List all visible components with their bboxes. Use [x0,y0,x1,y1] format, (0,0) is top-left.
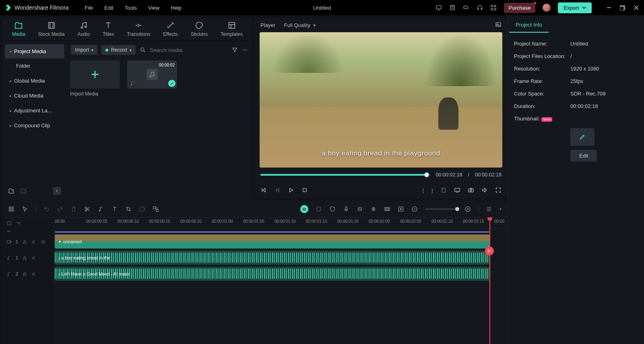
undo-icon[interactable] [43,206,50,212]
audio-tool-icon[interactable] [98,206,104,212]
project-info-tab[interactable]: Project Info [509,18,549,33]
filter-icon[interactable] [231,47,238,53]
sidebar-item-compound-clip[interactable]: ▸Compound Clip [5,118,64,133]
marker-icon[interactable] [440,187,447,193]
tab-transitions[interactable]: Transitions [125,21,152,37]
color-icon[interactable] [139,206,145,212]
timeline-ruler[interactable]: 00:0000:00:00:0500:00:00:1000:00:00:1500… [55,218,507,229]
volume-icon[interactable] [481,187,488,193]
speaker-icon[interactable] [31,255,37,261]
menu-tools[interactable]: Tools [125,5,137,11]
player-viewport[interactable]: a boy eating bread in the playground [260,32,502,168]
monitor-icon[interactable] [436,4,442,11]
select-icon[interactable] [22,206,28,212]
track-area[interactable]: 00:0000:00:00:0500:00:00:1000:00:00:1500… [55,218,507,344]
user-avatar[interactable] [543,4,551,12]
sidebar-item-adjustment-layers[interactable]: ▸Adjustment La... [5,104,64,118]
media-clip-card[interactable]: 00:00:02 ✓ [127,60,177,199]
tab-media[interactable]: Media [10,21,27,37]
redo-icon[interactable] [57,206,63,212]
record-dropdown[interactable]: Record▾ [101,45,135,55]
import-media-card[interactable]: + Import Media [70,60,120,199]
new-folder-icon[interactable] [8,188,14,194]
more-icon[interactable] [242,47,248,53]
spacer-clip[interactable] [55,231,489,233]
sidebar-item-folder[interactable]: Folder [5,59,64,73]
list-view-icon[interactable] [486,206,492,212]
render-icon[interactable] [398,206,404,212]
playhead[interactable] [489,218,490,344]
purchase-button[interactable]: Purchase [504,3,536,13]
eye-icon[interactable] [41,239,46,245]
spinner-icon[interactable] [316,206,322,212]
snapshot-icon[interactable] [495,21,502,28]
mark-out-icon[interactable]: } [431,187,433,193]
text-tool-icon[interactable] [111,206,118,212]
display-icon[interactable] [454,187,460,193]
step-back-icon[interactable] [274,187,281,193]
grid-icon[interactable] [8,206,14,212]
cut-icon[interactable] [84,206,91,212]
mark-in-icon[interactable]: { [422,187,424,193]
progress-scrubber[interactable] [260,174,430,176]
audio-clip-1[interactable]: ♪ a boy eating bread in the [55,251,489,265]
zoom-out-icon[interactable] [411,206,418,212]
prev-frame-icon[interactable] [260,187,267,193]
ai-button[interactable] [300,205,308,213]
audio-clip-2[interactable]: ♪ LoFi Have a Good Mood - AI music [55,267,489,281]
shield-icon[interactable] [329,206,336,212]
align-icon[interactable] [370,206,377,212]
frame-icon[interactable] [384,206,390,212]
chain-icon[interactable] [153,206,159,212]
speaker-icon[interactable] [31,271,37,277]
fullscreen-icon[interactable] [495,187,502,193]
export-button[interactable]: Export [558,2,592,13]
zoom-slider[interactable] [425,208,457,210]
thumbnail-box[interactable] [570,128,594,146]
apps-icon[interactable] [490,4,497,11]
camera-icon[interactable] [468,187,474,193]
tab-audio[interactable]: Audio [76,21,91,37]
video-clip[interactable]: unnamed [55,234,489,249]
menu-view[interactable]: View [148,5,159,11]
lock-icon[interactable] [22,271,27,277]
player-tab[interactable]: Player [260,22,275,28]
tab-stickers[interactable]: Stickers [189,21,210,37]
sidebar-item-cloud-media[interactable]: ▸Cloud Media [5,89,64,103]
mixer-icon[interactable] [357,206,363,212]
menu-edit[interactable]: Edit [104,5,113,11]
chevron-down-icon[interactable]: ▾ [500,207,502,211]
delete-icon[interactable] [70,206,77,212]
close-icon[interactable] [634,5,639,10]
lock-icon[interactable] [22,239,27,245]
cloud-icon[interactable] [463,4,469,11]
speaker-icon[interactable] [31,239,37,245]
minimize-icon[interactable] [606,5,612,10]
sidebar-item-global-media[interactable]: ▸Global Media [5,74,64,88]
quality-dropdown[interactable]: Full Quality▾ [284,22,316,28]
import-dropdown[interactable]: Import▾ [71,45,97,55]
link-icon[interactable] [16,220,22,226]
stop-icon[interactable] [301,187,308,193]
edit-button[interactable]: Edit [570,150,597,162]
zoom-in-icon[interactable] [464,206,471,212]
mic-icon[interactable] [343,206,349,212]
search-media-input[interactable] [150,47,227,53]
tab-templates[interactable]: Templates [219,21,244,37]
crop-tool-icon[interactable] [125,206,132,212]
pin-icon[interactable] [6,220,12,226]
maximize-icon[interactable] [620,5,625,10]
save-icon[interactable] [449,4,456,11]
tab-titles[interactable]: Titles [101,21,116,37]
tab-stock-media[interactable]: Stock Media [37,21,66,37]
menu-help[interactable]: Help [171,5,182,11]
menu-file[interactable]: File [85,5,93,11]
collapse-sidebar-button[interactable] [53,187,61,195]
play-icon[interactable] [288,187,294,193]
tab-effects[interactable]: Effects [161,21,179,37]
headphones-icon[interactable] [477,4,483,11]
sidebar-item-project-media[interactable]: ▾Project Media [5,44,64,58]
scissors-icon[interactable] [485,247,494,255]
lock-icon[interactable] [22,255,27,261]
delete-folder-icon[interactable] [20,188,27,194]
